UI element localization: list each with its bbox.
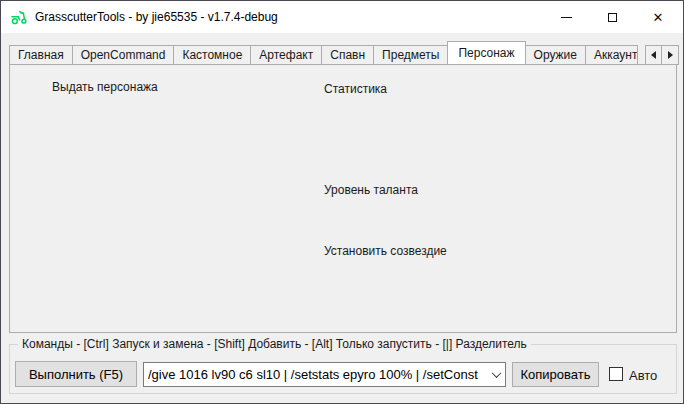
tab-scroll-left-icon [651,51,656,59]
copy-command-button[interactable]: Копировать [512,362,599,387]
auto-checkbox[interactable] [609,367,623,381]
chevron-down-icon[interactable] [487,363,505,386]
tab-artefakt[interactable]: Артефакт [251,45,322,65]
group-set-constellation-title: Установить созвездие [320,244,451,258]
command-combobox [143,362,506,387]
command-input[interactable] [144,367,487,382]
tab-predmety[interactable]: Предметы [374,45,448,65]
tab-kastomnoe[interactable]: Кастомное [174,45,251,65]
minimize-icon [561,17,572,18]
group-commands-title: Команды - [Ctrl] Запуск и замена - [Shif… [18,337,531,351]
tab-personazh[interactable]: Персонаж [447,41,525,65]
tab-oruzhie[interactable]: Оружие [526,45,586,65]
tab-page-personazh [9,64,677,333]
tab-strip: Главная OpenCommand Кастомное Артефакт С… [9,43,638,65]
tab-scroll-left-button[interactable] [645,45,662,65]
minimize-button[interactable] [543,1,589,33]
group-give-character-title: Выдать персонажа [48,80,162,94]
maximize-button[interactable] [589,1,635,33]
group-stats-title: Статистика [320,82,391,96]
app-icon [10,8,28,26]
tab-scroll-right-icon [668,51,673,59]
run-command-button[interactable]: Выполнить (F5) [15,361,137,387]
window-title: GrasscutterTools - by jie65535 - v1.7.4-… [35,10,278,24]
tab-spavn[interactable]: Спавн [322,45,374,65]
app-window: GrasscutterTools - by jie65535 - v1.7.4-… [0,0,684,404]
tab-scroll-buttons [645,45,679,65]
tab-glavnaya[interactable]: Главная [9,45,73,65]
auto-checkbox-label: Авто [629,368,657,383]
tab-opencommand[interactable]: OpenCommand [73,45,175,65]
title-bar: GrasscutterTools - by jie65535 - v1.7.4-… [1,1,683,33]
maximize-icon [608,13,617,22]
close-button[interactable]: ✕ [635,1,681,33]
tab-scroll-right-button[interactable] [662,45,679,65]
group-talent-level-title: Уровень таланта [320,183,422,197]
close-icon: ✕ [653,11,664,24]
tab-akkaunt[interactable]: Аккаунт [586,45,638,65]
